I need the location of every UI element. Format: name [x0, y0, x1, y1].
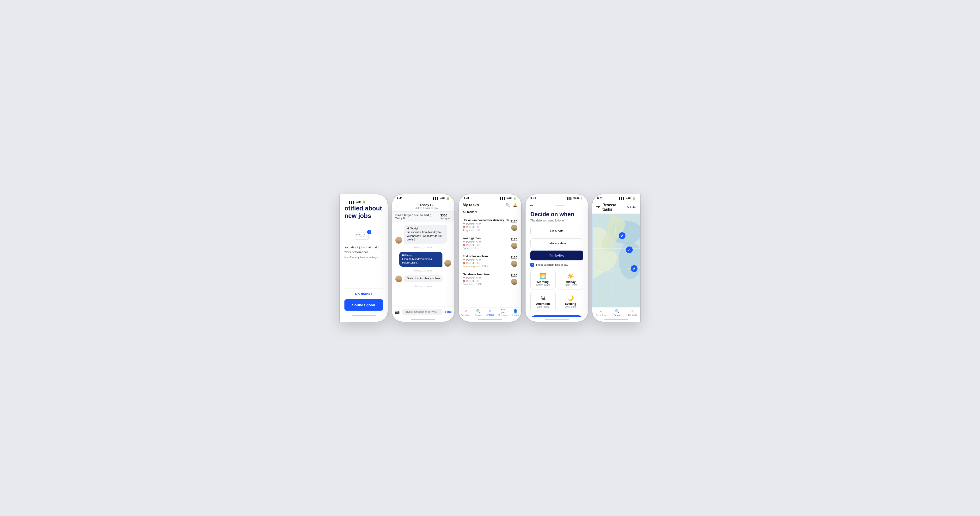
nav-label-browse: Browse	[475, 314, 482, 316]
time-of-day-checkbox-row: ✓ I need a certain time of day	[530, 263, 583, 267]
no-thanks-button[interactable]: No thanks	[344, 288, 383, 299]
chat-header: ← Teddy B. Active 3 minutes ago	[392, 201, 455, 212]
camera-icon[interactable]: 📷	[395, 310, 400, 314]
tasks-filter-row: All tasks ▾	[459, 209, 521, 216]
task-name-1: Ute or van needed for delivery job	[463, 218, 511, 222]
browse-title: Browse tasks	[602, 203, 624, 212]
task-price-4: $120	[511, 274, 517, 277]
midday-range: 10am - 2pm	[560, 284, 581, 286]
my-avatar	[444, 260, 451, 267]
search-nav-icon: 🔍	[476, 309, 481, 314]
date-option-before-date[interactable]: Before a date	[530, 238, 583, 248]
send-button[interactable]: Send	[445, 310, 452, 314]
task-date-meta-1: Wed, 30 Oct	[463, 226, 511, 228]
morning-icon: 🌅	[533, 273, 554, 279]
time-slot-midday[interactable]: ☀️ Midday 10am - 2pm	[558, 270, 583, 290]
evening-range: After 6pm	[560, 306, 581, 308]
wifi-icon-3: WiFi	[507, 197, 512, 200]
task-banner-status: Assigned	[440, 217, 451, 220]
task-price-1: $120	[511, 220, 517, 223]
drag-handle	[556, 205, 565, 206]
bottom-nav-5: ✓ Get it done 🔍 Browse ≡ My tasks	[592, 307, 640, 317]
notification-sub: his off at any time in settings.	[344, 256, 383, 259]
map-area[interactable]: A A A	[592, 213, 640, 307]
browse-header: 🗺 Browse tasks ⚙ Filter	[592, 201, 640, 213]
location-pin-icon-3	[463, 259, 465, 261]
map-pin-1[interactable]: A	[619, 232, 625, 239]
message-bubble-received: Hi Teddy!I'm available from Monday to We…	[404, 225, 447, 244]
task-item-4[interactable]: Get drone from tree Pyrmont NSW Wed, 30 …	[459, 270, 521, 288]
task-banner-left: Clean large on-suite and g... Teddy B.	[395, 213, 434, 220]
task-offers-1: 1 Offer	[474, 229, 482, 232]
chat-input-field[interactable]	[402, 309, 443, 315]
morning-label: Morning	[533, 280, 554, 284]
task-item-1[interactable]: Ute or van needed for delivery job Pyrmo…	[459, 216, 521, 234]
map-pin-2[interactable]: A	[626, 247, 633, 253]
signal-icon-2: ▌▌▌	[433, 197, 439, 200]
afternoon-icon: 🌤	[533, 295, 554, 301]
filter-label: Filter	[630, 205, 636, 209]
notification-body: you about jobs that match work preferenc…	[344, 245, 383, 255]
status-label-3: Review required	[463, 265, 480, 268]
nav-my-tasks[interactable]: ≡ My tasks	[486, 309, 494, 316]
wifi-icon-5: WiFi	[626, 197, 631, 200]
task-avatar-4	[511, 279, 517, 285]
nav-account[interactable]: 👤 Account	[512, 309, 520, 316]
task-meta-1: Pyrmont NSW	[463, 223, 511, 225]
time-slot-afternoon[interactable]: 🌤 Afternoon 2pm - 6pm	[530, 292, 555, 311]
nav-get-it-done[interactable]: ✓ Get it done	[461, 309, 471, 316]
status-bar-5: 9:41 ▌▌▌ WiFi 🔋	[592, 194, 640, 201]
nav-label-account: Account	[512, 314, 520, 316]
all-tasks-filter[interactable]: All tasks ▾	[463, 210, 477, 214]
account-nav-icon: 👤	[513, 309, 518, 314]
task-list: Ute or van needed for delivery job Pyrmo…	[459, 216, 521, 307]
back-button[interactable]: ←	[396, 204, 400, 209]
task-status-2: Open · 1 Offer	[463, 247, 511, 250]
wifi-icon: WiFi	[356, 201, 361, 204]
status-label-2: Open	[463, 247, 468, 250]
nav5-browse[interactable]: 🔍 Browse	[614, 309, 621, 316]
status-bar-4: 9:41 ▌▌▌ WiFi 🔋	[525, 194, 588, 201]
sounds-good-button[interactable]: Sounds good	[344, 299, 383, 311]
task-item-2[interactable]: Weed garden Pyrmont NSW Wed, 30 Oct Open…	[459, 234, 521, 252]
battery-icon: 🔋	[363, 201, 366, 204]
date-option-flexible[interactable]: I'm flexible	[530, 250, 583, 260]
task-banner-right: $350 Assigned	[440, 213, 451, 220]
nav5-label-mytasks: My tasks	[628, 314, 637, 316]
chat-messages: Hi Teddy!I'm available from Monday to We…	[392, 222, 455, 307]
battery-icon-3: 🔋	[513, 197, 516, 200]
sender-avatar	[395, 237, 402, 244]
afternoon-label: Afternoon	[533, 302, 554, 306]
time-slot-morning[interactable]: 🌅 Morning Before 10am	[530, 270, 555, 290]
task-meta-3: Pyrmont NSW	[463, 259, 511, 261]
task-date-meta-2: Wed, 30 Oct	[463, 244, 511, 247]
continue-button[interactable]: Continue	[530, 315, 583, 317]
map-pin-3[interactable]: A	[631, 265, 638, 272]
nav-messages[interactable]: 💬 Messages	[498, 309, 508, 316]
check-circle-icon: ✓	[464, 309, 468, 314]
time-5: 9:41	[597, 197, 603, 200]
back-button-4[interactable]: ←	[530, 203, 534, 208]
time-slot-evening[interactable]: 🌙 Evening After 6pm	[558, 292, 583, 311]
map-icon[interactable]: 🗺	[596, 205, 600, 209]
bell-icon[interactable]: 🔔	[513, 203, 517, 207]
task-banner-title: Clean large on-suite and g...	[395, 213, 434, 217]
nav5-my-tasks[interactable]: ≡ My tasks	[628, 309, 637, 316]
nav5-get-it-done[interactable]: ✓ Get it done	[596, 309, 606, 316]
task-item-3[interactable]: End of lease clean Pyrmont NSW Wed, 30 O…	[459, 252, 521, 270]
evening-icon: 🌙	[560, 295, 581, 301]
date-option-on-date[interactable]: On a date	[530, 226, 583, 236]
task-meta-2: Pyrmont NSW	[463, 241, 511, 243]
chat-contact-name: Teddy B.	[402, 203, 450, 207]
midday-icon: ☀️	[560, 273, 581, 279]
task-date-meta-4: Wed, 30 Oct	[463, 280, 511, 282]
task-status-3: Review required · 1 Offer	[463, 265, 511, 268]
nav-browse[interactable]: 🔍 Browse	[475, 309, 482, 316]
task-banner[interactable]: Clean large on-suite and g... Teddy B. $…	[392, 212, 455, 222]
tasks-nav-icon-5: ≡	[631, 309, 633, 313]
filter-button[interactable]: ⚙ Filter	[627, 205, 636, 209]
time-of-day-checkbox[interactable]: ✓	[530, 263, 534, 267]
task-name-2: Weed garden	[463, 237, 511, 240]
search-icon[interactable]: 🔍	[505, 203, 510, 207]
task-offers-4: 1 Offer	[476, 283, 484, 286]
